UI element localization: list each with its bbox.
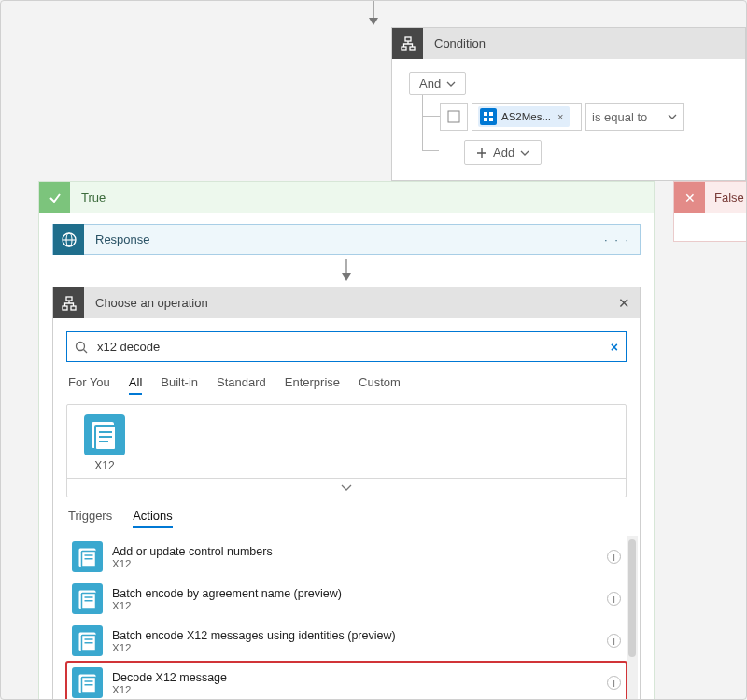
condition-add-label: Add <box>493 146 514 160</box>
info-icon[interactable]: i <box>607 592 621 606</box>
response-action-menu[interactable]: · · · <box>595 232 640 246</box>
flow-arrow-into-condition <box>364 1 383 27</box>
tab-actions[interactable]: Actions <box>133 509 173 528</box>
response-action-label: Response <box>84 232 595 246</box>
connectors-section: X12 <box>66 404 627 497</box>
svg-marker-16 <box>342 273 351 281</box>
actions-list: Add or update control numbers X12 i Batc… <box>66 536 627 700</box>
operation-search-input[interactable] <box>95 339 603 355</box>
filter-built-in[interactable]: Built-in <box>161 375 198 395</box>
svg-rect-17 <box>66 297 72 301</box>
chevron-down-icon <box>446 81 456 87</box>
filter-for-you[interactable]: For You <box>68 375 110 395</box>
action-subtitle: X12 <box>112 642 396 653</box>
condition-title: Condition <box>423 36 486 50</box>
scrollbar-thumb[interactable] <box>628 539 636 657</box>
chevron-down-icon <box>668 114 677 119</box>
x12-connector-icon <box>84 414 125 455</box>
svg-rect-7 <box>489 112 493 116</box>
tab-triggers[interactable]: Triggers <box>68 509 112 528</box>
condition-logic-dropdown[interactable]: And <box>409 72 466 95</box>
response-action-card[interactable]: Response · · · <box>52 224 641 255</box>
operation-filter-tabs: For You All Built-in Standard Enterprise… <box>68 375 625 395</box>
globe-icon <box>53 224 84 255</box>
x12-mini-icon <box>72 583 103 614</box>
condition-operator-label: is equal to <box>592 110 647 124</box>
plus-icon <box>476 147 487 159</box>
svg-rect-4 <box>410 47 415 50</box>
svg-marker-1 <box>369 18 378 25</box>
condition-row-checkbox[interactable] <box>440 103 468 131</box>
actions-scrollbar[interactable] <box>627 536 638 700</box>
svg-point-20 <box>77 342 85 350</box>
condition-logic-label: And <box>419 77 441 91</box>
true-branch-title: True <box>70 190 106 204</box>
action-subtitle: X12 <box>112 558 273 569</box>
filter-standard[interactable]: Standard <box>217 375 266 395</box>
operation-picker-header: Choose an operation ✕ <box>53 287 640 318</box>
action-subtitle: X12 <box>112 600 342 611</box>
operation-picker-icon <box>53 287 84 318</box>
connector-x12-tile[interactable]: X12 <box>78 414 131 472</box>
action-title: Batch encode X12 messages using identiti… <box>112 629 396 642</box>
true-branch-panel: True Response · · · <box>38 181 655 700</box>
false-branch-title: False <box>705 190 744 204</box>
filter-all[interactable]: All <box>129 375 142 395</box>
action-title: Batch encode by agreement name (preview) <box>112 587 342 600</box>
action-add-or-update-control-numbers[interactable]: Add or update control numbers X12 i <box>66 536 627 578</box>
condition-card: Condition And <box>391 27 746 181</box>
condition-operator-dropdown[interactable]: is equal to <box>585 103 684 131</box>
filter-custom[interactable]: Custom <box>359 375 401 395</box>
filter-enterprise[interactable]: Enterprise <box>285 375 340 395</box>
svg-line-21 <box>84 349 88 353</box>
operation-picker-close[interactable]: ✕ <box>609 295 640 312</box>
info-icon[interactable]: i <box>607 550 621 564</box>
connector-x12-label: X12 <box>78 459 131 472</box>
action-title: Add or update control numbers <box>112 545 273 558</box>
as2-token-icon <box>480 108 497 125</box>
svg-rect-2 <box>405 37 411 41</box>
svg-rect-18 <box>63 306 67 310</box>
svg-rect-3 <box>402 47 406 50</box>
svg-rect-8 <box>484 118 487 121</box>
operation-search-box[interactable]: × <box>66 331 627 362</box>
flow-arrow-into-picker <box>337 259 356 283</box>
operation-picker: Choose an operation ✕ × For You All <box>52 287 641 700</box>
svg-rect-5 <box>448 111 459 122</box>
false-branch-header[interactable]: ✕ False <box>674 182 747 213</box>
as2-token[interactable]: AS2Mes... × <box>478 106 570 127</box>
action-batch-encode-by-agreement-name[interactable]: Batch encode by agreement name (preview)… <box>66 578 627 620</box>
x12-mini-icon <box>72 667 103 698</box>
svg-rect-9 <box>489 118 493 121</box>
as2-token-label: AS2Mes... <box>501 111 551 122</box>
svg-rect-6 <box>484 112 487 116</box>
true-branch-header[interactable]: True <box>39 182 654 213</box>
connectors-expand[interactable] <box>67 478 626 497</box>
action-decode-x12-message[interactable]: Decode X12 message X12 i <box>66 662 627 700</box>
x12-mini-icon <box>72 625 103 656</box>
condition-add-button[interactable]: Add <box>464 140 542 165</box>
chevron-down-icon <box>520 150 529 156</box>
triggers-actions-tabs: Triggers Actions <box>68 509 625 528</box>
false-branch-panel: ✕ False <box>673 181 747 242</box>
search-icon <box>75 341 88 354</box>
info-icon[interactable]: i <box>607 676 621 690</box>
action-batch-encode-using-identities[interactable]: Batch encode X12 messages using identiti… <box>66 620 627 662</box>
x-icon: ✕ <box>674 182 705 213</box>
svg-rect-19 <box>71 306 76 310</box>
condition-icon <box>392 28 423 59</box>
operation-search-clear[interactable]: × <box>611 340 618 355</box>
info-icon[interactable]: i <box>607 634 621 648</box>
as2-token-remove[interactable]: × <box>557 111 563 122</box>
operation-picker-title: Choose an operation <box>84 296 609 310</box>
check-icon <box>39 182 70 213</box>
x12-mini-icon <box>72 541 103 572</box>
action-subtitle: X12 <box>112 684 227 695</box>
chevron-down-icon <box>341 484 352 491</box>
condition-left-operand[interactable]: AS2Mes... × <box>472 103 582 131</box>
action-title: Decode X12 message <box>112 671 227 684</box>
condition-header[interactable]: Condition <box>392 28 745 59</box>
